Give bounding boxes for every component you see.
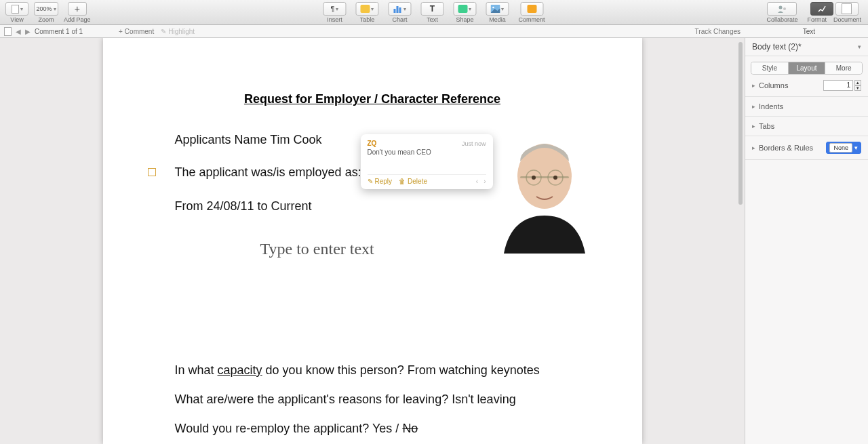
comment-reply-button[interactable]: ✎Reply xyxy=(368,178,393,185)
page-icon xyxy=(12,5,19,14)
document-canvas[interactable]: Request for Employer / Character Referen… xyxy=(0,38,745,444)
applicant-name-line[interactable]: Applicants Name Tim Cook xyxy=(175,133,322,147)
media-label: Media xyxy=(489,16,506,23)
columns-section[interactable]: ▸Columns 1 ▴▾ xyxy=(745,75,868,97)
disclosure-icon: ▸ xyxy=(752,103,755,110)
question-reemploy[interactable]: Would you re-employ the applicant? Yes /… xyxy=(175,422,418,436)
page: Request for Employer / Character Referen… xyxy=(103,38,642,444)
chart-label: Chart xyxy=(392,16,407,23)
paragraph-style-name[interactable]: Body text (2)* xyxy=(752,42,802,52)
collaborate-button[interactable] xyxy=(767,2,797,16)
scrollbar[interactable] xyxy=(738,42,743,205)
shape-icon xyxy=(458,5,467,13)
comment-count: Comment 1 of 1 xyxy=(35,28,83,35)
media-button[interactable]: ▾ xyxy=(486,2,509,16)
comment-author: ZQ xyxy=(368,140,377,147)
inspector-tabs: Style Layout More xyxy=(751,62,863,75)
inspector-panel: Body text (2)* ▾ Style Layout More ▸Colu… xyxy=(745,38,868,444)
shape-label: Shape xyxy=(456,16,473,23)
disclosure-icon: ▸ xyxy=(752,123,755,129)
chart-button[interactable]: ▾ xyxy=(388,2,411,16)
comment-icon xyxy=(527,5,536,13)
zoom-button[interactable]: 200%▾ xyxy=(34,2,58,16)
svg-point-4 xyxy=(492,7,494,9)
svg-point-13 xyxy=(553,176,557,180)
text-icon: T xyxy=(430,4,435,14)
comment-popover: ZQ Just now Don't you mean CEO ✎Reply 🗑D… xyxy=(361,134,493,189)
secondary-toolbar: ◀ ▶ Comment 1 of 1 +Comment ✎Highlight T… xyxy=(0,25,868,38)
inspector-tab-text: Text xyxy=(803,28,815,35)
svg-point-6 xyxy=(783,7,786,10)
trash-icon: 🗑 xyxy=(399,178,406,185)
disclosure-icon: ▸ xyxy=(752,144,755,151)
text-button[interactable]: T xyxy=(420,2,443,16)
collaborate-label: Collaborate xyxy=(766,16,797,23)
textbox-placeholder[interactable]: Type to enter text xyxy=(260,240,374,258)
add-comment-button[interactable]: +Comment xyxy=(119,28,154,35)
comment-next-icon[interactable]: › xyxy=(484,178,486,185)
tab-more[interactable]: More xyxy=(825,62,862,74)
view-button[interactable]: ▾ xyxy=(5,2,28,16)
table-button[interactable]: ▾ xyxy=(355,2,378,16)
track-changes-label[interactable]: Track Changes xyxy=(695,28,741,35)
add-page-button[interactable]: + xyxy=(68,2,87,16)
comment-prev-icon[interactable]: ‹ xyxy=(476,178,478,185)
document-label: Document xyxy=(833,16,861,23)
borders-select[interactable]: None▾ xyxy=(826,142,861,154)
comment-marker[interactable] xyxy=(148,168,156,176)
disclosure-icon: ▸ xyxy=(752,82,755,89)
applicant-photo[interactable] xyxy=(489,114,600,254)
doc-title[interactable]: Request for Employer / Character Referen… xyxy=(103,92,642,106)
format-label: Format xyxy=(807,16,827,23)
zoom-label: Zoom xyxy=(38,16,54,23)
comment-delete-button[interactable]: 🗑Delete xyxy=(399,178,427,185)
table-icon xyxy=(360,5,370,13)
style-dropdown-icon[interactable]: ▾ xyxy=(858,43,861,50)
svg-point-12 xyxy=(532,176,536,180)
collaborate-icon xyxy=(776,5,787,13)
tabs-section[interactable]: ▸Tabs xyxy=(745,117,868,136)
comment-body: Don't you mean CEO xyxy=(368,148,486,174)
next-comment-arrow[interactable]: ▶ xyxy=(25,28,31,35)
prev-comment-arrow[interactable]: ◀ xyxy=(16,28,21,35)
tab-style[interactable]: Style xyxy=(751,62,788,74)
comment-toolbar-button[interactable] xyxy=(520,2,543,16)
insert-label: Insert xyxy=(327,16,342,23)
document-icon xyxy=(842,3,852,14)
comment-time: Just now xyxy=(462,140,486,147)
main-toolbar: ▾ View 200%▾ Zoom + Add Page xyxy=(0,0,868,25)
format-button[interactable] xyxy=(810,2,833,16)
brush-icon xyxy=(817,5,827,13)
svg-rect-0 xyxy=(393,9,395,13)
from-to-line[interactable]: From 24/08/11 to Current xyxy=(175,199,312,214)
tab-layout[interactable]: Layout xyxy=(788,62,825,74)
question-reasons[interactable]: What are/were the applicant's reasons fo… xyxy=(175,392,516,407)
columns-value[interactable]: 1 xyxy=(823,80,853,91)
view-label: View xyxy=(10,16,23,23)
indents-section[interactable]: ▸Indents xyxy=(745,97,868,117)
text-label: Text xyxy=(427,16,438,23)
svg-rect-2 xyxy=(399,7,401,13)
insert-button[interactable]: ¶▾ xyxy=(323,2,346,16)
borders-section[interactable]: ▸Borders & Rules None▾ xyxy=(745,136,868,160)
highlight-button[interactable]: ✎Highlight xyxy=(161,28,195,35)
media-icon xyxy=(490,5,500,13)
svg-point-5 xyxy=(779,6,783,9)
question-capacity[interactable]: In what capacity do you know this person… xyxy=(175,363,540,378)
svg-rect-9 xyxy=(520,176,569,178)
chart-icon xyxy=(393,5,402,13)
columns-stepper[interactable]: ▴▾ xyxy=(854,80,861,91)
document-button[interactable] xyxy=(835,2,859,16)
thumbnails-icon[interactable] xyxy=(4,27,12,36)
pencil-icon: ✎ xyxy=(368,178,373,185)
pencil-icon: ✎ xyxy=(161,28,166,35)
table-label: Table xyxy=(360,16,375,23)
shape-button[interactable]: ▾ xyxy=(453,2,476,16)
svg-rect-1 xyxy=(396,6,398,13)
add-page-label: Add Page xyxy=(64,16,91,23)
comment-label: Comment xyxy=(518,16,545,23)
